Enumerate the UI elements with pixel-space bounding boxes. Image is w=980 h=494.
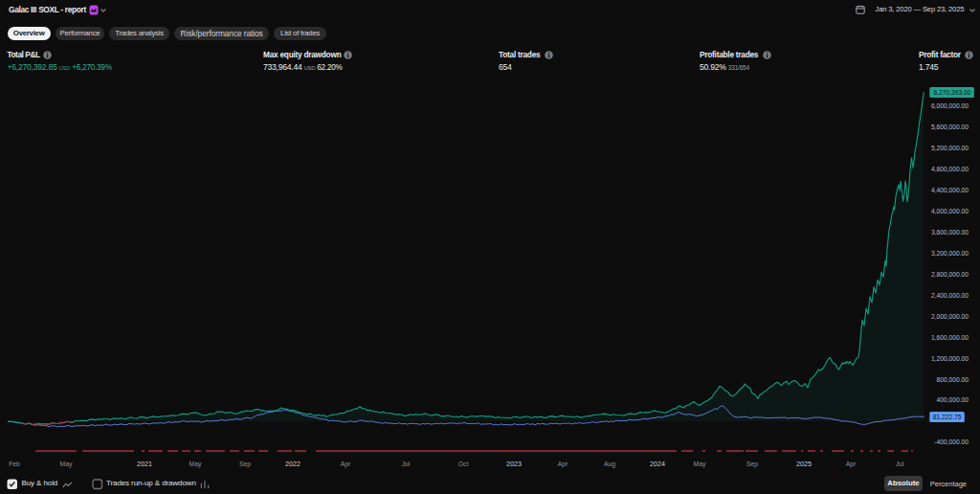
- svg-text:800,000.00: 800,000.00: [937, 376, 969, 383]
- svg-text:2022: 2022: [285, 460, 301, 468]
- svg-text:4,000,000.00: 4,000,000.00: [931, 208, 969, 214]
- svg-text:3,600,000.00: 3,600,000.00: [931, 229, 969, 236]
- svg-text:Apr: Apr: [846, 460, 857, 468]
- svg-text:Jul: Jul: [402, 460, 411, 467]
- svg-text:4,800,000.00: 4,800,000.00: [931, 166, 969, 172]
- svg-text:Apr: Apr: [341, 460, 351, 468]
- svg-text:4,400,000.00: 4,400,000.00: [931, 187, 969, 193]
- svg-text:3,200,000.00: 3,200,000.00: [931, 250, 969, 257]
- svg-text:2,000,000.00: 2,000,000.00: [931, 313, 969, 320]
- svg-text:400,000.00: 400,000.00: [937, 396, 969, 403]
- svg-text:Oct: Oct: [458, 460, 469, 467]
- svg-text:2024: 2024: [650, 460, 665, 468]
- svg-text:2025: 2025: [796, 460, 812, 468]
- svg-text:-400,000.00: -400,000.00: [934, 438, 969, 445]
- svg-text:Sep: Sep: [746, 460, 758, 468]
- svg-text:Apr: Apr: [558, 460, 568, 468]
- svg-text:2021: 2021: [137, 460, 152, 468]
- svg-text:6,000,000.00: 6,000,000.00: [931, 102, 969, 109]
- svg-text:May: May: [694, 460, 706, 468]
- svg-text:1,200,000.00: 1,200,000.00: [931, 355, 969, 362]
- svg-text:2023: 2023: [506, 460, 522, 468]
- svg-text:5,200,000.00: 5,200,000.00: [931, 145, 969, 151]
- svg-text:Aug: Aug: [604, 460, 615, 468]
- svg-text:5,600,000.00: 5,600,000.00: [931, 124, 969, 130]
- svg-text:May: May: [60, 460, 73, 468]
- svg-text:1,600,000.00: 1,600,000.00: [931, 334, 969, 341]
- svg-text:2,400,000.00: 2,400,000.00: [931, 292, 969, 299]
- svg-text:Jul: Jul: [896, 460, 904, 467]
- svg-text:81,222.75: 81,222.75: [933, 414, 962, 420]
- svg-text:2,800,000.00: 2,800,000.00: [931, 271, 969, 278]
- svg-text:Feb: Feb: [9, 460, 20, 467]
- svg-text:6,270,393.00: 6,270,393.00: [933, 89, 970, 96]
- svg-text:May: May: [189, 460, 202, 468]
- svg-text:Sep: Sep: [239, 460, 251, 468]
